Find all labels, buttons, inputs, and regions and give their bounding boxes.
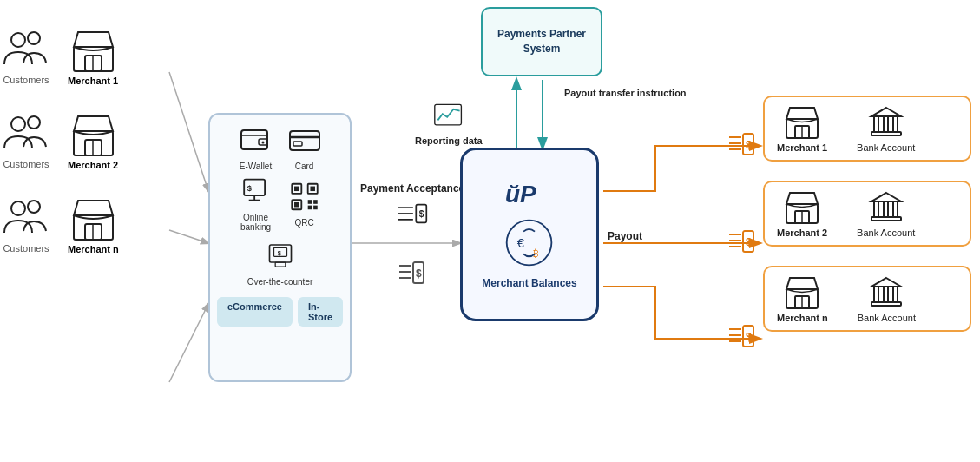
merchant-n-store-icon: Merchant n (777, 274, 828, 323)
svg-marker-58 (871, 108, 901, 116)
svg-rect-69 (893, 201, 898, 217)
svg-rect-40 (313, 205, 318, 209)
svg-rect-59 (874, 116, 878, 132)
merchant-n-bank-group: Merchant n Bank Account (763, 266, 971, 332)
reporting-data: Reporting data (415, 102, 483, 146)
bank-2-label: Bank Account (857, 228, 915, 238)
svg-point-24 (261, 142, 264, 144)
svg-point-18 (28, 201, 40, 213)
svg-text:€: € (517, 236, 524, 250)
svg-text:$: $ (277, 249, 281, 257)
svg-text:$: $ (419, 209, 424, 219)
svg-point-7 (11, 33, 25, 47)
svg-text:$: $ (416, 267, 422, 280)
online-banking-icon: $ (240, 176, 273, 210)
right-section: Merchant 1 Bank Account (763, 96, 971, 332)
merchant-balances-icon: € ₿ (499, 217, 560, 273)
svg-rect-32 (294, 186, 299, 191)
pm-tab-ecommerce[interactable]: eCommerce (217, 297, 293, 327)
pm-qrc-label: QRC (294, 218, 313, 228)
merchant-store-icon-1 (69, 26, 117, 74)
bank-n-icon: Bank Account (858, 274, 916, 323)
reporting-label: Reporting data (415, 135, 483, 146)
pm-ewallet-label: E-Wallet (240, 162, 272, 171)
pm-tab-instore[interactable]: In-Store (298, 297, 343, 327)
pm-row-mid: $ Onlinebanking (240, 176, 321, 232)
customers-label-n: Customers (3, 243, 49, 254)
merchant-store-icon-2 (69, 110, 117, 158)
payment-acceptance-icon: $ (397, 201, 428, 229)
pm-tabs: eCommerce In-Store (217, 297, 343, 327)
svg-point-17 (11, 201, 25, 215)
svg-point-12 (11, 117, 25, 131)
payment-acceptance: Payment Acceptance $ (360, 182, 464, 229)
svg-rect-78 (871, 302, 901, 306)
merchant-2-store-icon: Merchant 2 (777, 189, 827, 238)
svg-text:$: $ (746, 139, 752, 151)
pm-ewallet: E-Wallet (240, 125, 273, 171)
merchant-label-n: Merchant n (68, 244, 119, 254)
svg-rect-26 (293, 142, 302, 146)
payout-transfer-label: Payout transfer instruction (564, 87, 687, 100)
svg-rect-36 (294, 201, 299, 207)
svg-marker-66 (871, 193, 901, 201)
pm-row-top: E-Wallet Card (240, 125, 321, 171)
merchant-n-label: Merchant n (777, 313, 828, 323)
svg-rect-70 (871, 217, 901, 221)
pm-online-banking-label: Onlinebanking (240, 213, 271, 232)
svg-rect-34 (310, 186, 315, 191)
bank-n-label: Bank Account (858, 313, 916, 323)
svg-rect-62 (871, 132, 901, 135)
svg-rect-25 (290, 131, 319, 150)
svg-line-1 (169, 230, 208, 243)
payment-acceptance-label: Payment Acceptance (360, 182, 464, 196)
pm-otc: $ Over-the-counter (247, 241, 313, 287)
svg-text:$: $ (746, 236, 752, 248)
payment-acceptance-list-dollar: $ (398, 261, 425, 288)
svg-rect-39 (307, 205, 312, 209)
card-icon (288, 125, 321, 159)
svg-line-0 (169, 72, 208, 191)
merchant-label-2: Merchant 2 (68, 160, 118, 170)
customers-label-1: Customers (3, 75, 49, 85)
pps-box: Payments Partner System (481, 7, 602, 76)
payment-methods-box: E-Wallet Card (208, 113, 352, 382)
customers-icon-n (0, 195, 52, 243)
svg-rect-38 (313, 200, 318, 204)
merchant-group-2: Customers Merchant 2 (0, 110, 119, 170)
svg-point-52 (507, 221, 552, 266)
reporting-icon (433, 102, 464, 132)
svg-point-8 (28, 32, 40, 44)
merchant-group-1: Customers Merchant 1 (0, 26, 119, 86)
customers-icon-2 (0, 111, 52, 159)
list-dollar-2: $ (727, 229, 755, 257)
payout-label: Payout (608, 230, 642, 242)
bank-2-icon: Bank Account (857, 189, 915, 238)
list-dollar-1: $ (727, 132, 755, 160)
pm-card-label: Card (295, 162, 314, 171)
svg-text:$: $ (746, 331, 752, 343)
list-dollar-n: $ (727, 324, 755, 352)
svg-rect-22 (241, 130, 267, 149)
customers-label-2: Customers (3, 159, 49, 169)
bank-1-label: Bank Account (857, 142, 915, 153)
svg-line-2 (169, 304, 208, 382)
merchant-1-store-icon: Merchant 1 (777, 104, 827, 153)
central-box: ŭP € ₿ Merchant Balances (460, 148, 599, 321)
customers-icon-1 (0, 27, 52, 75)
otc-icon: $ (264, 241, 297, 274)
svg-text:$: $ (247, 184, 251, 193)
pm-card: Card (288, 125, 321, 171)
pps-label: Payments Partner System (483, 27, 601, 56)
svg-rect-77 (893, 287, 898, 302)
svg-rect-75 (874, 287, 878, 302)
pm-online-banking: $ Onlinebanking (240, 176, 273, 232)
svg-rect-37 (307, 200, 312, 204)
left-section: Customers Merchant 1 (0, 26, 119, 254)
merchant-1-bank-group: Merchant 1 Bank Account (763, 96, 971, 162)
merchant-2-bank-group: Merchant 2 Bank Account (763, 181, 971, 247)
up-logo: ŭP (503, 178, 556, 213)
qrc-icon (288, 182, 321, 215)
bank-1-icon: Bank Account (857, 104, 915, 153)
svg-text:ŭP: ŭP (505, 181, 536, 208)
